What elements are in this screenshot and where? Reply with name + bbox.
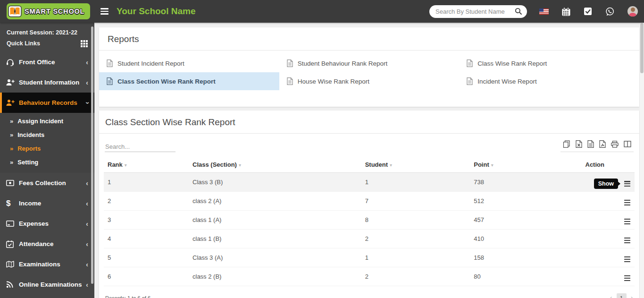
chevron-left-icon [86,79,88,86]
cell-class_section: class 2 (B) [189,267,361,286]
sidebar-item-attendance[interactable]: Attendance [0,234,94,254]
report-link-class-section-wise-rank[interactable]: Class Section Wise Rank Report [99,72,279,90]
chevron-left-icon [86,261,88,268]
row-actions-menu-icon[interactable] [624,274,631,282]
cell-point: 512 [470,191,581,210]
sidebar-item-online-examinations[interactable]: Online Examinations [0,274,94,295]
sidebar-item-expenses[interactable]: Expenses [0,213,94,234]
report-link-label: House Wise Rank Report [298,78,369,85]
chevron-left-icon [86,220,88,228]
sidebar-scrollbar[interactable] [91,26,93,284]
sidebar-item-student-information[interactable]: Student Information [0,72,94,93]
search-icon[interactable] [515,8,522,15]
file-icon [287,60,293,67]
cell-student: 2 [361,267,470,286]
cell-rank: 4 [104,229,189,248]
sidebar-item-behaviour-records[interactable]: Behaviour Records [0,93,94,113]
us-flag-language-icon[interactable] [539,9,549,15]
double-angle-icon [10,159,13,166]
whatsapp-chat-icon[interactable] [605,7,614,16]
sidebar-item-front-office[interactable]: Front Office [0,52,94,72]
sidebar-item-examinations[interactable]: Examinations [0,254,94,274]
submenu-item-setting[interactable]: Setting [0,155,94,169]
cell-class_section: class 2 (A) [189,191,361,210]
file-icon [107,77,113,85]
behaviour-records-submenu: Assign Incident Incidents Reports Settin… [0,113,94,173]
column-header-student[interactable]: Student [361,157,470,173]
calendar-check-icon [6,240,19,248]
sort-arrow-icon [125,162,127,168]
sidebar-item-fees-collection[interactable]: Fees Collection [0,173,94,193]
logo-area[interactable]: SMART SCHOOL [0,0,94,23]
dollar-icon: $ [6,199,19,208]
sidebar-item-income[interactable]: $ Income [0,193,94,213]
rank-table-body: 1Class 3 (B)1738Show2class 2 (A)75123cla… [104,173,635,286]
column-header-class-section[interactable]: Class (Section) [189,157,361,173]
student-search-box[interactable] [429,5,527,18]
column-visibility-icon[interactable] [624,141,631,147]
session-block: Current Session: 2021-22 Quick Links [0,23,94,52]
report-link-house-wise-rank[interactable]: House Wise Rank Report [279,72,460,90]
row-actions-menu-icon[interactable] [624,255,631,264]
sidebar-toggle-hamburger-icon[interactable] [100,8,109,15]
records-summary: Records: 1 to 6 of 6 [105,295,151,298]
table-search-input[interactable] [105,142,176,152]
cell-action [582,191,635,210]
sidebar-item-label: Examinations [19,261,60,268]
student-search-input[interactable] [435,8,515,15]
row-actions-menu-icon[interactable] [624,237,631,245]
chevron-down-icon [84,102,91,104]
cell-action: Show [582,173,635,192]
cell-action [582,229,635,248]
table-row: 2class 2 (A)7512 [104,191,635,210]
cell-student: 1 [361,248,470,267]
user-avatar[interactable] [627,6,638,17]
report-link-class-wise-rank[interactable]: Class Wise Rank Report [459,54,639,72]
cell-action [582,248,635,267]
pagination: ‹ 1 › [610,293,633,298]
user-plus-icon [6,79,19,86]
csv-file-icon[interactable] [587,140,594,148]
main-content: Reports Student Incident Report Student … [94,23,644,298]
quick-links-grid-icon[interactable] [81,40,88,47]
page-scrollbar[interactable] [640,23,644,298]
submenu-item-reports[interactable]: Reports [0,142,94,155]
submenu-item-incidents[interactable]: Incidents [0,128,94,142]
prev-page-arrow[interactable]: ‹ [610,294,612,298]
table-footer: Records: 1 to 6 of 6 ‹ 1 › [99,286,639,298]
reports-card: Reports Student Incident Report Student … [99,27,639,107]
copy-icon[interactable] [563,140,570,148]
report-link-incident-wise[interactable]: Incident Wise Report [459,72,639,90]
sidebar-item-lesson-plan[interactable]: Lesson Plan [0,295,94,298]
cell-student: 2 [361,229,470,248]
cell-point: 410 [470,229,581,248]
print-icon[interactable] [611,141,619,148]
sort-arrow-icon [491,162,493,168]
page-number-button[interactable]: 1 [617,293,627,298]
chevron-left-icon [86,200,88,207]
submenu-label: Assign Incident [17,118,63,125]
report-link-student-incident[interactable]: Student Incident Report [99,54,279,72]
row-actions-menu-icon[interactable] [624,180,631,188]
calendar-icon[interactable] [562,7,570,16]
excel-export-icon[interactable] [576,140,582,148]
double-angle-icon [10,118,13,125]
row-actions-menu-icon[interactable] [624,199,631,207]
pdf-export-icon[interactable] [599,140,606,148]
cell-student: 8 [361,210,470,229]
cell-point: 738 [470,173,581,192]
task-check-icon[interactable] [584,7,592,16]
row-actions-menu-icon[interactable] [624,218,631,226]
cell-point: 457 [470,210,581,229]
top-bar: SMART SCHOOL Your School Name [0,0,644,23]
double-angle-icon [10,131,13,138]
cell-class_section: Class 3 (B) [189,173,361,192]
submenu-item-assign-incident[interactable]: Assign Incident [0,114,94,128]
chevron-left-icon [86,240,88,248]
next-page-arrow[interactable]: › [631,294,633,298]
column-header-point[interactable]: Point [470,157,581,173]
smart-school-logo: SMART SCHOOL [7,3,90,19]
scrollbar-thumb[interactable] [640,23,644,73]
column-header-rank[interactable]: Rank [104,157,189,173]
report-link-student-behaviour-rank[interactable]: Student Behaviour Rank Report [279,54,460,72]
